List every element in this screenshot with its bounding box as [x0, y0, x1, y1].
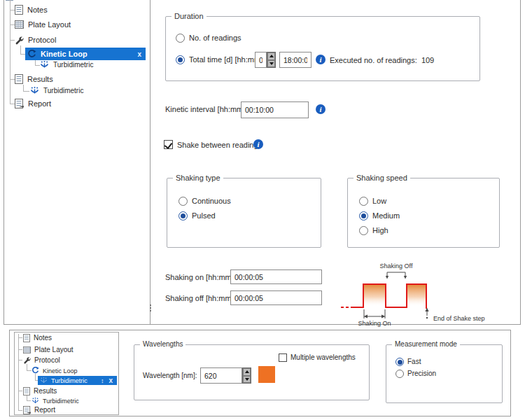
info-icon[interactable]	[316, 55, 326, 64]
tree-item-report[interactable]: Report	[23, 405, 55, 414]
turbidimetric-icon	[31, 398, 39, 405]
spinner-down-button[interactable]	[244, 377, 250, 383]
close-icon[interactable]: x	[107, 377, 114, 384]
notes-icon	[15, 5, 23, 15]
info-icon[interactable]	[253, 139, 263, 149]
tree-connector	[10, 24, 15, 25]
turbidimetric-icon	[40, 61, 49, 69]
tree-connector	[23, 91, 29, 92]
wavelengths-group-title: Wavelengths	[140, 340, 186, 348]
spinner-up-button[interactable]	[268, 53, 274, 59]
tree-item-label: Report	[34, 405, 55, 415]
precision-radio[interactable]	[396, 370, 404, 378]
wavelength-color-swatch[interactable]	[258, 366, 275, 383]
app-screen: Notes Plate Layout Protocol Kinetic Loop…	[0, 0, 525, 420]
tree-item-label: Plate Layout	[28, 20, 71, 29]
bottom-tree-box: Notes Plate Layout Protocol Kinetic Loop…	[14, 332, 119, 415]
turbidimetric-icon	[40, 377, 48, 384]
low-label: Low	[372, 197, 386, 205]
end-of-shake-step-label: End of Shake step	[433, 315, 485, 322]
tree-item-label: Turbidimetric	[51, 376, 88, 386]
plate-layout-icon	[23, 346, 31, 354]
tree-connector	[20, 54, 25, 55]
shake-pulse-fill	[407, 285, 426, 307]
tree-item-protocol[interactable]: Protocol	[23, 356, 60, 365]
tree-item-label: Turbidimetric	[43, 86, 83, 96]
tree-connector	[18, 334, 19, 410]
tree-connector	[27, 370, 31, 371]
duration-group-title: Duration	[172, 12, 206, 20]
notes-icon	[23, 334, 30, 342]
tree-item-results[interactable]: Results	[23, 386, 57, 396]
tree-connector	[18, 410, 22, 411]
tree-item-turbidimetric-results[interactable]: Turbidimetric	[30, 85, 83, 97]
results-icon	[23, 387, 30, 396]
continuous-radio[interactable]	[178, 197, 188, 206]
shaking-type-group-title: Shaking type	[173, 174, 223, 182]
spinner-down-button[interactable]	[268, 61, 274, 67]
splitter-grip[interactable]	[149, 304, 151, 312]
tree-item-label: Kinetic Loop	[43, 366, 78, 376]
tree-connector	[27, 400, 31, 401]
info-icon[interactable]	[316, 104, 326, 114]
fast-radio[interactable]	[396, 358, 404, 366]
tree-item-turbidimetric-results[interactable]: Turbidimetric	[31, 396, 79, 405]
kinetic-loop-icon	[31, 367, 39, 374]
tree-splitter[interactable]	[150, 0, 150, 324]
wavelength-label: Wavelength [nm]:	[143, 372, 197, 379]
no-of-readings-label: No. of readings	[189, 34, 241, 42]
plate-layout-icon	[15, 20, 24, 29]
tree-item-label: Turbidimetric	[43, 396, 79, 406]
tree-item-notes[interactable]: Notes	[23, 333, 52, 342]
tree-item-label: Notes	[27, 5, 48, 15]
tree-item-plate-layout[interactable]: Plate Layout	[23, 345, 74, 354]
shaking-off-input[interactable]	[230, 290, 322, 305]
low-radio[interactable]	[359, 197, 368, 206]
shake-pulse-fill	[364, 285, 385, 307]
total-time-days-input[interactable]	[255, 52, 267, 68]
tree-connector	[10, 10, 15, 10]
total-time-input[interactable]	[279, 52, 312, 68]
wavelengths-groupbox: Wavelengths Wavelength [nm]: Multiple wa…	[134, 344, 370, 400]
spinner-up-button[interactable]	[244, 369, 250, 375]
measurement-mode-group-title: Measurement mode	[392, 340, 460, 348]
tree-connector	[18, 349, 22, 350]
high-radio[interactable]	[359, 226, 368, 235]
multiple-wavelengths-label: Multiple wavelengths	[290, 354, 356, 361]
protocol-wrench-icon	[15, 36, 24, 45]
kinetic-interval-input[interactable]	[241, 102, 309, 118]
wavelength-input[interactable]	[200, 368, 242, 384]
measurement-mode-groupbox: Measurement mode Fast Precision	[386, 344, 503, 403]
tree-connector	[18, 391, 22, 391]
tree-connector	[10, 0, 10, 104]
medium-label: Medium	[372, 211, 400, 220]
shaking-speed-groupbox: Shaking speed Low Medium High	[347, 178, 500, 248]
tree-item-kinetic-loop[interactable]: Kinetic Loop	[31, 366, 78, 375]
shaking-type-groupbox: Shaking type Continuous Pulsed	[167, 178, 321, 248]
tree-item-turbidimetric[interactable]: Turbidimetric ↕ x	[38, 376, 117, 385]
no-of-readings-radio[interactable]	[176, 34, 185, 43]
tree-item-notes[interactable]: Notes	[15, 4, 48, 16]
tree-connector	[27, 364, 27, 370]
tree-item-label: Plate Layout	[34, 345, 74, 355]
tree-connector	[20, 46, 21, 54]
medium-radio[interactable]	[359, 211, 368, 220]
pulsed-radio[interactable]	[178, 211, 188, 220]
tree-item-protocol[interactable]: Protocol	[15, 34, 56, 46]
tree-item-turbidimetric[interactable]: Turbidimetric	[40, 59, 93, 71]
shaking-on-input[interactable]	[230, 270, 322, 284]
tree-item-label: Protocol	[34, 356, 60, 365]
tree-item-results[interactable]: Results	[15, 73, 53, 85]
tree-item-report[interactable]: Report	[15, 97, 51, 110]
shake-between-readings-checkbox[interactable]	[164, 140, 173, 149]
report-icon	[23, 406, 31, 414]
high-label: High	[372, 226, 388, 234]
shaking-on-diagram-label: Shaking On	[358, 320, 391, 327]
move-updown-icon[interactable]: ↕	[101, 377, 104, 384]
tree-item-plate-layout[interactable]: Plate Layout	[15, 18, 71, 31]
turbidimetric-settings-panel: Notes Plate Layout Protocol Kinetic Loop…	[9, 330, 511, 416]
total-time-radio[interactable]	[176, 55, 185, 64]
multiple-wavelengths-checkbox[interactable]	[279, 354, 287, 362]
close-icon[interactable]: x	[136, 50, 143, 58]
executed-readings-label: Executed no. of readings:	[330, 56, 417, 64]
